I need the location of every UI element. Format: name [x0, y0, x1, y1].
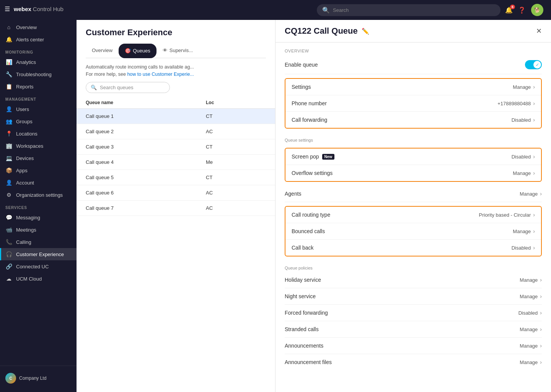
- table-row[interactable]: Call queue 1 CT: [77, 109, 275, 124]
- sidebar-item-calling[interactable]: 📞 Calling: [0, 236, 77, 248]
- queue-name-cell: Call queue 2: [86, 129, 206, 134]
- sidebar-item-apps[interactable]: 📦 Apps: [0, 164, 77, 176]
- search-queues-input[interactable]: 🔍 Search queues: [86, 82, 170, 93]
- queue-icon: 🎯: [125, 48, 131, 54]
- queue-name-header: Queue name: [86, 100, 206, 105]
- sidebar: ☰ webex Control Hub ⌂ Overview 🔔 Alerts …: [0, 0, 77, 392]
- settings-row[interactable]: Settings Manage ›: [285, 79, 541, 95]
- company-row[interactable]: C Company Ltd: [5, 370, 71, 387]
- sidebar-item-groups[interactable]: 👥 Groups: [0, 115, 77, 127]
- sidebar-item-workspaces[interactable]: 🏢 Workspaces: [0, 140, 77, 152]
- sidebar-item-alerts[interactable]: 🔔 Alerts center: [0, 33, 77, 46]
- left-panel-header: Customer Experience Overview 🎯 Queues 👁 …: [77, 20, 275, 58]
- sidebar-item-users[interactable]: 👤 Users: [0, 103, 77, 115]
- sidebar-nav: ⌂ Overview 🔔 Alerts center MONITORING 📊 …: [0, 18, 77, 366]
- sidebar-item-analytics[interactable]: 📊 Analytics: [0, 56, 77, 68]
- queue-loc-cell: AC: [206, 205, 266, 211]
- table-row[interactable]: Call queue 5 CT: [77, 170, 275, 185]
- night-service-label: Night service: [285, 293, 316, 299]
- queue-name-cell: Call queue 5: [86, 175, 206, 180]
- meetings-icon: 📹: [5, 227, 12, 233]
- reports-icon: 📋: [5, 83, 12, 90]
- toggle-knob: [533, 61, 541, 69]
- screen-pop-value: Disabled ›: [512, 154, 535, 160]
- sidebar-item-reports[interactable]: 📋 Reports: [0, 80, 77, 93]
- night-service-row[interactable]: Night service Manage ›: [285, 288, 542, 305]
- table-row[interactable]: Call queue 3 CT: [77, 139, 275, 155]
- forced-forwarding-label: Forced forwarding: [285, 310, 328, 316]
- notification-button[interactable]: 🔔 6: [505, 7, 513, 14]
- announcement-files-row[interactable]: Announcement files Manage ›: [285, 354, 542, 370]
- stranded-calls-row[interactable]: Stranded calls Manage ›: [285, 321, 542, 338]
- agents-row[interactable]: Agents Manage ›: [285, 186, 542, 202]
- sidebar-item-account[interactable]: 👤 Account: [0, 176, 77, 189]
- search-input[interactable]: [333, 7, 495, 13]
- account-icon: 👤: [5, 180, 12, 186]
- chevron-right-icon: ›: [533, 228, 535, 234]
- stranded-calls-value: Manage ›: [520, 326, 542, 332]
- help-button[interactable]: ❓: [518, 7, 526, 14]
- chevron-right-icon: ›: [540, 359, 542, 365]
- link-icon: 🔗: [5, 263, 12, 270]
- table-row[interactable]: Call queue 7 AC: [77, 201, 275, 216]
- tab-overview[interactable]: Overview: [86, 44, 119, 58]
- table-row[interactable]: Call queue 4 Me: [77, 155, 275, 170]
- sidebar-item-overview[interactable]: ⌂ Overview: [0, 21, 77, 33]
- enable-queue-row: Enable queue: [285, 56, 542, 74]
- table-row[interactable]: Call queue 2 AC: [77, 124, 275, 139]
- chevron-right-icon: ›: [533, 84, 535, 90]
- call-forwarding-row[interactable]: Call forwarding Disabled ›: [285, 112, 541, 128]
- queue-settings-label: Queue settings: [285, 132, 542, 144]
- bounced-calls-row[interactable]: Bounced calls Manage ›: [285, 223, 541, 240]
- enable-queue-toggle[interactable]: [525, 60, 542, 69]
- chevron-right-icon: ›: [533, 170, 535, 176]
- call-back-label: Call back: [292, 245, 314, 251]
- overflow-settings-row[interactable]: Overflow settings Manage ›: [285, 165, 541, 181]
- holiday-service-row[interactable]: Holiday service Manage ›: [285, 272, 542, 288]
- search-bar[interactable]: 🔍: [317, 4, 500, 16]
- table-row[interactable]: Call queue 6 AC: [77, 185, 275, 201]
- queue-loc-cell: CT: [206, 144, 266, 150]
- sidebar-header: ☰ webex Control Hub: [0, 0, 77, 18]
- description-text2: For more help, see: [86, 72, 126, 77]
- tab-supervision[interactable]: 👁 Supervis...: [156, 44, 199, 58]
- chevron-right-icon: ›: [533, 154, 535, 160]
- forced-forwarding-row[interactable]: Forced forwarding Disabled ›: [285, 305, 542, 321]
- company-logo: C: [5, 373, 16, 384]
- help-link[interactable]: how to use Customer Experie...: [127, 72, 194, 77]
- forced-forwarding-value: Disabled ›: [518, 310, 542, 316]
- announcements-label: Announcements: [285, 343, 323, 349]
- messaging-icon: 💬: [5, 214, 12, 220]
- tab-queues[interactable]: 🎯 Queues: [119, 44, 156, 58]
- screen-pop-row[interactable]: Screen pop New Disabled ›: [285, 149, 541, 165]
- sidebar-item-locations[interactable]: 📍 Locations: [0, 127, 77, 140]
- company-name: Company Ltd: [19, 376, 46, 381]
- sidebar-item-devices[interactable]: 💻 Devices: [0, 152, 77, 164]
- sidebar-item-org-settings[interactable]: ⚙ Organization settings: [0, 189, 77, 201]
- sidebar-item-customer-experience[interactable]: 🎧 Customer Experience: [0, 248, 77, 260]
- new-badge: New: [322, 154, 335, 160]
- sidebar-item-connected-uc[interactable]: 🔗 Connected UC: [0, 260, 77, 273]
- sidebar-item-ucm-cloud[interactable]: ☁ UCM Cloud: [0, 273, 77, 285]
- menu-icon[interactable]: ☰: [5, 5, 10, 13]
- notification-badge: 6: [510, 5, 515, 9]
- call-routing-type-row[interactable]: Call routing type Priority based - Circu…: [285, 207, 541, 223]
- apps-icon: 📦: [5, 167, 12, 173]
- right-panel: CQ122 Call Queue ✏️ ✕ Overview Enable qu…: [276, 20, 551, 392]
- phone-number-row[interactable]: Phone number +17889880488 ›: [285, 95, 541, 112]
- sidebar-item-meetings[interactable]: 📹 Meetings: [0, 224, 77, 236]
- sidebar-item-troubleshooting[interactable]: 🔧 Troubleshooting: [0, 68, 77, 80]
- overflow-settings-label: Overflow settings: [292, 170, 333, 176]
- chevron-right-icon: ›: [533, 212, 535, 218]
- announcements-row[interactable]: Announcements Manage ›: [285, 338, 542, 354]
- call-back-row[interactable]: Call back Disabled ›: [285, 240, 541, 256]
- user-avatar[interactable]: 🐕: [531, 4, 543, 16]
- sidebar-item-messaging[interactable]: 💬 Messaging: [0, 211, 77, 224]
- sidebar-item-analytics-label: Analytics: [16, 59, 36, 65]
- close-button[interactable]: ✕: [536, 27, 542, 35]
- description-area: Automatically route incoming calls to av…: [77, 58, 275, 82]
- chevron-right-icon: ›: [533, 245, 535, 251]
- bounced-calls-label: Bounced calls: [292, 228, 325, 234]
- chevron-right-icon: ›: [540, 293, 542, 299]
- edit-icon[interactable]: ✏️: [362, 28, 369, 35]
